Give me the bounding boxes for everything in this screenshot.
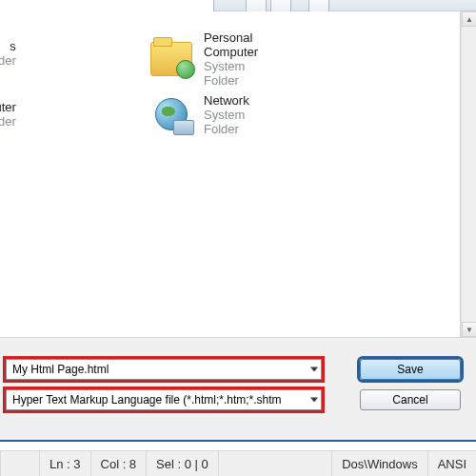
- location-item-network[interactable]: Network System Folder: [149, 91, 249, 137]
- location-title: Personal Computer: [204, 30, 258, 59]
- location-item-personal[interactable]: Personal Computer System Folder: [149, 30, 258, 88]
- file-list-pane: s Folder puter Folder Personal Computer …: [0, 11, 461, 337]
- filetype-select[interactable]: Hyper Text Markup Language file (*.html;…: [6, 389, 322, 410]
- user-folder-icon: [149, 36, 194, 82]
- location-subtitle: System Folder: [204, 59, 258, 88]
- location-item-partial-2[interactable]: puter Folder: [0, 91, 16, 137]
- status-col: Col : 8: [91, 451, 148, 476]
- status-encoding: ANSI: [428, 451, 476, 476]
- dropdown-icon: [310, 398, 318, 403]
- dropdown-icon: [310, 367, 318, 372]
- location-title: puter: [0, 100, 16, 114]
- status-bar: Ln : 3 Col : 8 Sel : 0 | 0 Dos\Windows A…: [0, 450, 476, 476]
- save-panel: My Html Page.html Hyper Text Markup Lang…: [0, 337, 476, 442]
- address-bar: [0, 0, 476, 11]
- filename-value: My Html Page.html: [12, 363, 109, 376]
- location-subtitle: Folder: [0, 53, 16, 68]
- scroll-up-icon[interactable]: ▲: [462, 11, 476, 27]
- status-gap: [219, 451, 332, 476]
- location-subtitle: Folder: [0, 114, 16, 129]
- cancel-button[interactable]: Cancel: [360, 389, 461, 410]
- network-icon: [149, 91, 194, 137]
- filename-input[interactable]: My Html Page.html: [6, 359, 322, 380]
- scroll-down-icon[interactable]: ▼: [462, 322, 476, 337]
- save-button[interactable]: Save: [360, 359, 461, 380]
- status-sel: Sel : 0 | 0: [147, 451, 219, 476]
- location-item-partial-1[interactable]: s Folder: [0, 30, 16, 76]
- location-subtitle: System Folder: [204, 108, 249, 136]
- status-line: Ln : 3: [40, 451, 91, 476]
- location-title: Network: [204, 93, 249, 108]
- status-eol: Dos\Windows: [332, 451, 427, 476]
- location-title: s: [0, 39, 16, 53]
- status-pad: [0, 451, 40, 476]
- vertical-scrollbar[interactable]: ▲ ▼: [461, 11, 476, 337]
- filetype-value: Hyper Text Markup Language file (*.html;…: [12, 393, 282, 407]
